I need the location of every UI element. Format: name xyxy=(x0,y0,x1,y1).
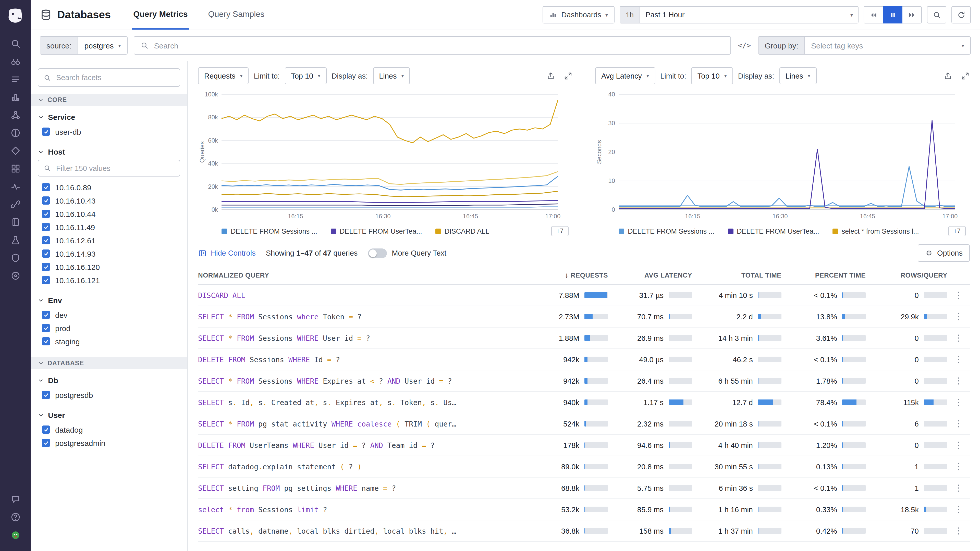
checkbox-checked-icon[interactable] xyxy=(42,197,50,205)
query-cell[interactable]: SELECT * FROM Sessions WHERE User_id = ? xyxy=(198,334,521,342)
legend-item[interactable]: DELETE FROM Sessions ... xyxy=(221,227,317,235)
row-menu-button[interactable]: ⋮ xyxy=(947,461,970,472)
incidents-icon[interactable] xyxy=(5,124,25,142)
row-menu-button[interactable]: ⋮ xyxy=(947,483,970,493)
checkbox-checked-icon[interactable] xyxy=(42,337,50,345)
facet-item-10.16.16.120[interactable]: 10.16.16.120 xyxy=(38,260,180,273)
column-header-normalized-query[interactable]: NORMALIZED QUERY xyxy=(198,271,521,279)
legend-more-badge[interactable]: +7 xyxy=(551,226,569,236)
chat-icon[interactable] xyxy=(5,490,25,508)
code-view-button[interactable]: </> xyxy=(737,41,752,49)
facet-group-header[interactable]: Service xyxy=(38,113,180,121)
facet-item-10.16.10.44[interactable]: 10.16.10.44 xyxy=(38,207,180,221)
tab-query-samples[interactable]: Query Samples xyxy=(207,0,266,30)
expand-icon[interactable] xyxy=(961,71,970,80)
legend-item[interactable]: DELETE FROM UserTea... xyxy=(728,227,819,235)
metrics-icon[interactable] xyxy=(5,88,25,106)
facet-item-datadog[interactable]: datadog xyxy=(38,423,180,436)
query-cell[interactable]: SELECT datadog.explain_statement ( ? ) xyxy=(198,462,521,471)
refresh-button[interactable] xyxy=(951,6,971,24)
legend-more-badge[interactable]: +7 xyxy=(948,226,966,236)
row-menu-button[interactable]: ⋮ xyxy=(947,526,970,536)
checkbox-checked-icon[interactable] xyxy=(42,439,50,447)
ci-icon[interactable] xyxy=(5,231,25,249)
facet-item-user-db[interactable]: user-db xyxy=(38,125,180,138)
facet-item-10.16.12.61[interactable]: 10.16.12.61 xyxy=(38,233,180,247)
synthetics-icon[interactable] xyxy=(5,142,25,160)
help-icon[interactable] xyxy=(5,508,25,526)
group-by-select[interactable]: Select tag keys ▾ xyxy=(805,37,970,54)
checkbox-checked-icon[interactable] xyxy=(42,210,50,218)
search-input[interactable] xyxy=(153,41,724,50)
more-query-text-toggle[interactable] xyxy=(368,248,387,258)
facet-item-10.16.10.43[interactable]: 10.16.10.43 xyxy=(38,194,180,207)
column-header-requests[interactable]: ↓REQUESTS xyxy=(521,271,608,279)
facet-item-postgresadmin[interactable]: postgresadmin xyxy=(38,436,180,449)
row-menu-button[interactable]: ⋮ xyxy=(947,354,970,365)
table-row[interactable]: select * from Sessions limit ?53.2k85.9 … xyxy=(198,499,970,520)
checkbox-checked-icon[interactable] xyxy=(42,249,50,258)
limit-select[interactable]: Top 10▾ xyxy=(285,67,326,84)
facet-item-10.16.11.49[interactable]: 10.16.11.49 xyxy=(38,221,180,233)
query-cell[interactable]: SELECT * FROM pg_stat_activity WHERE coa… xyxy=(198,420,521,428)
checkbox-checked-icon[interactable] xyxy=(42,183,50,191)
apm-icon[interactable] xyxy=(5,267,25,285)
facet-item-postgresdb[interactable]: postgresdb xyxy=(38,388,180,402)
row-menu-button[interactable]: ⋮ xyxy=(947,418,970,429)
checkbox-checked-icon[interactable] xyxy=(42,276,50,284)
checkbox-checked-icon[interactable] xyxy=(42,263,50,271)
limit-select[interactable]: Top 10▾ xyxy=(691,67,733,84)
checkbox-checked-icon[interactable] xyxy=(42,311,50,319)
facet-group-header[interactable]: Db xyxy=(38,376,180,385)
facet-search-input[interactable] xyxy=(55,73,175,82)
metric-select[interactable]: Avg Latency▾ xyxy=(595,67,655,84)
dashboards-button[interactable]: Dashboards ▾ xyxy=(542,6,614,24)
expand-icon[interactable] xyxy=(563,71,573,80)
table-row[interactable]: SELECT calls, datname, local_blks_dirtie… xyxy=(198,520,970,542)
facet-item-10.16.14.93[interactable]: 10.16.14.93 xyxy=(38,247,180,260)
query-cell[interactable]: select * from Sessions limit ? xyxy=(198,505,521,513)
checkbox-checked-icon[interactable] xyxy=(42,391,50,399)
options-button[interactable]: Options xyxy=(918,245,970,262)
table-row[interactable]: DELETE FROM Sessions WHERE Id = ?942k49.… xyxy=(198,349,970,370)
security-icon[interactable] xyxy=(5,249,25,267)
time-range-picker[interactable]: 1h Past 1 Hour ▾ xyxy=(620,6,859,24)
notebooks-icon[interactable] xyxy=(5,213,25,231)
metric-select[interactable]: Requests▾ xyxy=(198,67,249,84)
row-menu-button[interactable]: ⋮ xyxy=(947,375,970,386)
table-row[interactable]: SELECT setting FROM pg_settings WHERE na… xyxy=(198,478,970,499)
row-menu-button[interactable]: ⋮ xyxy=(947,333,970,343)
table-row[interactable]: SELECT datadog.explain_statement ( ? )89… xyxy=(198,456,970,478)
bits-mascot-icon[interactable] xyxy=(5,526,25,544)
service-map-icon[interactable] xyxy=(5,106,25,124)
infrastructure-icon[interactable] xyxy=(5,160,25,178)
facet-filter-input[interactable] xyxy=(55,164,175,173)
facet-item-10.16.0.89[interactable]: 10.16.0.89 xyxy=(38,181,180,194)
rewind-button[interactable] xyxy=(864,6,883,24)
facet-item-dev[interactable]: dev xyxy=(38,308,180,321)
query-cell[interactable]: SELECT s. Id, s. Created_at, s. Expires_… xyxy=(198,398,521,407)
legend-item[interactable]: DELETE FROM Sessions ... xyxy=(619,227,714,235)
table-row[interactable]: SELECT * FROM Sessions WHERE Expires_at … xyxy=(198,370,970,392)
table-row[interactable]: DELETE FROM UserTeams WHERE User_id = ? … xyxy=(198,435,970,456)
table-row[interactable]: SELECT s. Id, s. Created_at, s. Expires_… xyxy=(198,392,970,413)
legend-item[interactable]: select * from Sessions l... xyxy=(832,227,919,235)
forward-button[interactable] xyxy=(902,6,922,24)
display-select[interactable]: Lines▾ xyxy=(373,67,410,84)
column-header-percent-time[interactable]: PERCENT TIME xyxy=(781,271,865,279)
hide-controls-button[interactable]: Hide Controls xyxy=(198,249,256,257)
row-menu-button[interactable]: ⋮ xyxy=(947,504,970,515)
integrations-icon[interactable] xyxy=(5,195,25,213)
row-menu-button[interactable]: ⋮ xyxy=(947,440,970,451)
facet-group-header[interactable]: Env xyxy=(38,296,180,305)
query-cell[interactable]: DELETE FROM Sessions WHERE Id = ? xyxy=(198,355,521,364)
export-icon[interactable] xyxy=(546,71,555,80)
legend-item[interactable]: DISCARD ALL xyxy=(435,227,490,235)
query-cell[interactable]: SELECT setting FROM pg_settings WHERE na… xyxy=(198,484,521,492)
table-row[interactable]: SELECT * FROM Sessions where Token = ?2.… xyxy=(198,306,970,327)
export-icon[interactable] xyxy=(943,71,953,80)
column-header-total-time[interactable]: TOTAL TIME xyxy=(692,271,781,279)
checkbox-checked-icon[interactable] xyxy=(42,324,50,332)
checkbox-checked-icon[interactable] xyxy=(42,426,50,433)
pause-button[interactable] xyxy=(883,6,902,24)
